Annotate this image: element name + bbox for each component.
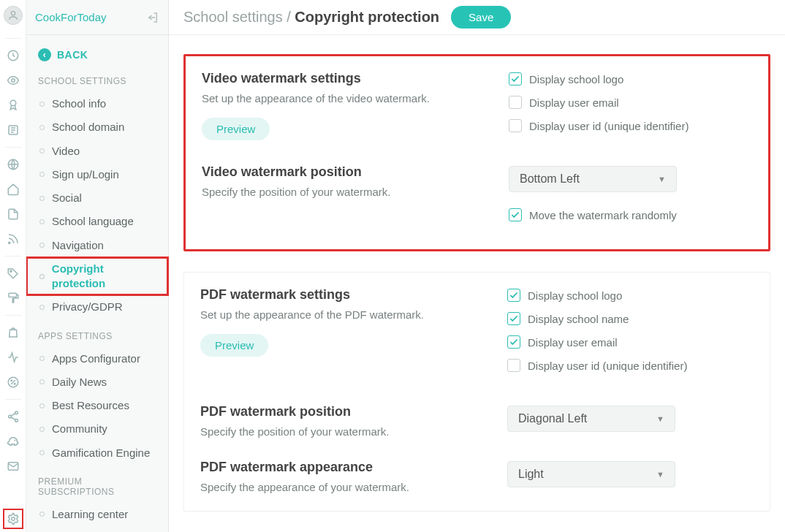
check-display-school-name-pdf[interactable]: Display school name bbox=[507, 312, 754, 325]
video-watermark-title: Video watermark settings bbox=[202, 71, 487, 86]
video-position-select[interactable]: Bottom Left ▼ bbox=[509, 166, 677, 192]
bag-icon[interactable] bbox=[5, 324, 21, 341]
pdf-position-desc: Specify the position of your watermark. bbox=[200, 425, 485, 438]
video-position-desc: Specify the position of your watermark. bbox=[202, 186, 487, 198]
back-label: BACK bbox=[57, 49, 88, 61]
clock-icon[interactable] bbox=[5, 48, 21, 64]
nav-community[interactable]: Community bbox=[26, 417, 168, 441]
section-premium: PREMIUM SUBSCRIPTIONS bbox=[26, 472, 168, 503]
nav-video[interactable]: Video bbox=[26, 140, 168, 163]
svg-point-10 bbox=[11, 380, 12, 381]
check-display-user-id-pdf[interactable]: Display user id (unique identifier) bbox=[507, 359, 754, 372]
video-watermark-panel: Video watermark settings Set up the appe… bbox=[183, 54, 770, 251]
svg-point-6 bbox=[8, 242, 10, 243]
check-display-user-email-pdf[interactable]: Display user email bbox=[507, 335, 754, 349]
activity-icon[interactable] bbox=[5, 349, 21, 365]
breadcrumb-parent[interactable]: School settings bbox=[183, 9, 283, 25]
settings-icon-highlighted[interactable] bbox=[3, 509, 23, 529]
file-icon[interactable] bbox=[5, 206, 21, 222]
caret-down-icon: ▼ bbox=[656, 414, 664, 423]
paint-icon[interactable] bbox=[5, 290, 21, 306]
nav-navigation[interactable]: Navigation bbox=[26, 234, 168, 257]
pdf-position-select[interactable]: Diagonal Left ▼ bbox=[507, 406, 675, 432]
icon-rail bbox=[0, 0, 26, 532]
back-link[interactable]: ‹ BACK bbox=[26, 48, 168, 72]
nav-best-resources[interactable]: Best Resources bbox=[26, 394, 168, 417]
checkbox-icon bbox=[507, 335, 520, 349]
svg-point-11 bbox=[14, 384, 15, 385]
nav-daily-news[interactable]: Daily News bbox=[26, 370, 168, 394]
checkbox-icon bbox=[507, 289, 520, 302]
sidebar: CookForToday ‹ BACK SCHOOL SETTINGS Scho… bbox=[26, 0, 169, 532]
checkbox-icon bbox=[509, 72, 522, 86]
avatar[interactable] bbox=[4, 6, 23, 25]
nav-privacy-gdpr[interactable]: Privacy/GDPR bbox=[26, 295, 168, 319]
nav-gamification[interactable]: Gamification Engine bbox=[26, 441, 168, 465]
check-display-school-logo-pdf[interactable]: Display school logo bbox=[507, 289, 754, 302]
pdf-position-title: PDF watermark position bbox=[200, 404, 485, 419]
breadcrumb: School settings / Copyright protection bbox=[183, 9, 439, 26]
video-position-title: Video watermark position bbox=[202, 164, 487, 180]
video-watermark-desc: Set up the appearance of the video water… bbox=[202, 92, 487, 104]
section-apps-settings: APPS SETTINGS bbox=[26, 327, 168, 347]
caret-down-icon: ▼ bbox=[658, 175, 666, 183]
checkbox-icon bbox=[509, 208, 522, 221]
check-move-random[interactable]: Move the watermark randomly bbox=[509, 208, 752, 221]
eye-icon[interactable] bbox=[5, 72, 21, 88]
pdf-watermark-desc: Set up the appearance of the PDF waterma… bbox=[200, 308, 485, 321]
nav-school-info[interactable]: School info bbox=[26, 92, 168, 115]
svg-point-17 bbox=[11, 517, 15, 521]
nav-copyright-protection[interactable]: Copyright protection bbox=[26, 257, 168, 296]
logout-icon[interactable] bbox=[146, 11, 159, 24]
globe-icon[interactable] bbox=[5, 156, 21, 172]
main-area: School settings / Copyright protection S… bbox=[169, 0, 785, 532]
checkbox-icon bbox=[507, 359, 520, 372]
svg-point-0 bbox=[11, 12, 15, 15]
check-display-user-email-video[interactable]: Display user email bbox=[509, 96, 752, 109]
pdf-appearance-select[interactable]: Light ▼ bbox=[507, 461, 675, 487]
brand-name[interactable]: CookForToday bbox=[35, 11, 107, 23]
nav-apps-configurator[interactable]: Apps Configurator bbox=[26, 347, 168, 370]
pdf-appearance-desc: Specify the appearance of your watermark… bbox=[200, 481, 485, 493]
save-button[interactable]: Save bbox=[451, 6, 511, 28]
check-display-school-logo-video[interactable]: Display school logo bbox=[509, 72, 752, 86]
nav-social[interactable]: Social bbox=[26, 186, 168, 210]
breadcrumb-current: Copyright protection bbox=[295, 9, 439, 25]
pdf-appearance-title: PDF watermark appearance bbox=[200, 460, 485, 475]
checkbox-icon bbox=[509, 119, 522, 132]
svg-point-7 bbox=[10, 270, 11, 272]
check-display-user-id-video[interactable]: Display user id (unique identifier) bbox=[509, 119, 752, 132]
pdf-preview-button[interactable]: Preview bbox=[200, 334, 268, 357]
svg-point-15 bbox=[14, 440, 15, 441]
nav-school-domain[interactable]: School domain bbox=[26, 115, 168, 139]
mail-icon[interactable] bbox=[5, 458, 21, 474]
pdf-watermark-panel: PDF watermark settings Set up the appear… bbox=[183, 272, 770, 512]
home-icon[interactable] bbox=[5, 181, 21, 197]
badge-icon[interactable] bbox=[5, 97, 21, 113]
piggy-icon[interactable] bbox=[5, 433, 21, 449]
svg-rect-8 bbox=[9, 293, 17, 297]
checkbox-icon bbox=[507, 312, 520, 325]
caret-down-icon: ▼ bbox=[656, 470, 664, 479]
nav-signup-login[interactable]: Sign up/Login bbox=[26, 163, 168, 186]
tag-icon[interactable] bbox=[5, 265, 21, 281]
percent-icon[interactable] bbox=[5, 374, 21, 390]
svg-point-3 bbox=[10, 100, 16, 106]
chevron-left-icon: ‹ bbox=[38, 48, 51, 61]
pdf-watermark-title: PDF watermark settings bbox=[200, 287, 485, 303]
svg-point-2 bbox=[11, 79, 15, 83]
news-icon[interactable] bbox=[5, 122, 21, 138]
main-header: School settings / Copyright protection S… bbox=[169, 0, 785, 35]
checkbox-icon bbox=[509, 96, 522, 109]
nav-school-language[interactable]: School language bbox=[26, 210, 168, 233]
section-school-settings: SCHOOL SETTINGS bbox=[26, 72, 168, 92]
share-icon[interactable] bbox=[5, 408, 21, 425]
video-preview-button[interactable]: Preview bbox=[202, 118, 270, 140]
rss-icon[interactable] bbox=[5, 231, 21, 247]
nav-learning-center[interactable]: Learning center bbox=[26, 503, 168, 526]
